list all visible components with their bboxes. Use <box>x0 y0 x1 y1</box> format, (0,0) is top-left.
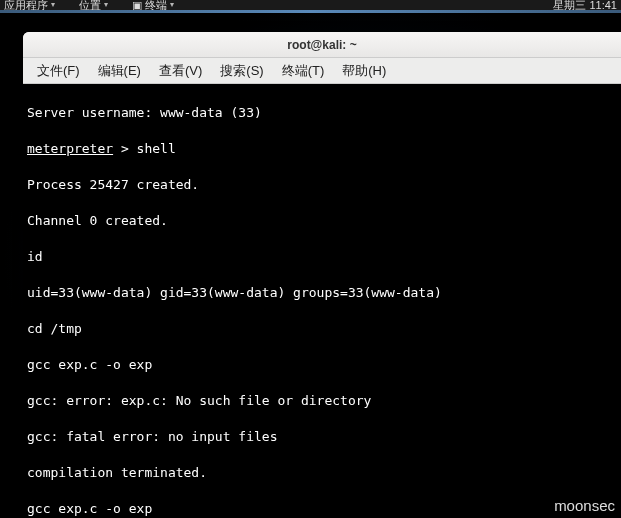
terminal-line: meterpreter > shell <box>27 140 619 158</box>
terminal-line: gcc: error: exp.c: No such file or direc… <box>27 392 619 410</box>
terminal-line: gcc: fatal error: no input files <box>27 428 619 446</box>
window-titlebar[interactable]: root@kali: ~ <box>23 32 621 58</box>
menu-search[interactable]: 搜索(S) <box>212 59 271 83</box>
topbar-applications[interactable]: 应用程序 ▾ <box>4 0 55 10</box>
topbar-places-label: 位置 <box>79 0 101 10</box>
terminal-window: root@kali: ~ 文件(F) 编辑(E) 查看(V) 搜索(S) 终端(… <box>23 32 621 518</box>
topbar-clock-label: 星期三 11:41 <box>553 0 617 10</box>
terminal-line: Channel 0 created. <box>27 212 619 230</box>
terminal-line: compilation terminated. <box>27 464 619 482</box>
topbar-separator <box>0 10 621 13</box>
menu-view[interactable]: 查看(V) <box>151 59 210 83</box>
terminal-line: id <box>27 248 619 266</box>
terminal-line: gcc exp.c -o exp <box>27 500 619 518</box>
chevron-down-icon: ▾ <box>104 0 108 10</box>
desktop-topbar: 应用程序 ▾ 位置 ▾ ▣ 终端 ▾ 星期三 11:41 <box>0 0 621 10</box>
menu-terminal[interactable]: 终端(T) <box>274 59 333 83</box>
topbar-terminal-label: 终端 <box>145 0 167 10</box>
topbar-terminal[interactable]: ▣ 终端 ▾ <box>132 0 174 10</box>
terminal-icon: ▣ <box>132 0 142 10</box>
menu-help[interactable]: 帮助(H) <box>334 59 394 83</box>
terminal-line: gcc exp.c -o exp <box>27 356 619 374</box>
menu-edit[interactable]: 编辑(E) <box>90 59 149 83</box>
topbar-applications-label: 应用程序 <box>4 0 48 10</box>
terminal-text: > shell <box>113 141 176 156</box>
terminal-line: Server username: www-data (33) <box>27 104 619 122</box>
topbar-places[interactable]: 位置 ▾ <box>79 0 108 10</box>
terminal-line: uid=33(www-data) gid=33(www-data) groups… <box>27 284 619 302</box>
terminal-line: cd /tmp <box>27 320 619 338</box>
menubar: 文件(F) 编辑(E) 查看(V) 搜索(S) 终端(T) 帮助(H) <box>23 58 621 84</box>
terminal-body[interactable]: Server username: www-data (33) meterpret… <box>23 84 621 518</box>
window-title: root@kali: ~ <box>287 38 356 52</box>
meterpreter-prompt: meterpreter <box>27 141 113 156</box>
menu-file[interactable]: 文件(F) <box>29 59 88 83</box>
terminal-line: Process 25427 created. <box>27 176 619 194</box>
chevron-down-icon: ▾ <box>51 0 55 10</box>
chevron-down-icon: ▾ <box>170 0 174 10</box>
topbar-clock[interactable]: 星期三 11:41 <box>553 0 617 10</box>
